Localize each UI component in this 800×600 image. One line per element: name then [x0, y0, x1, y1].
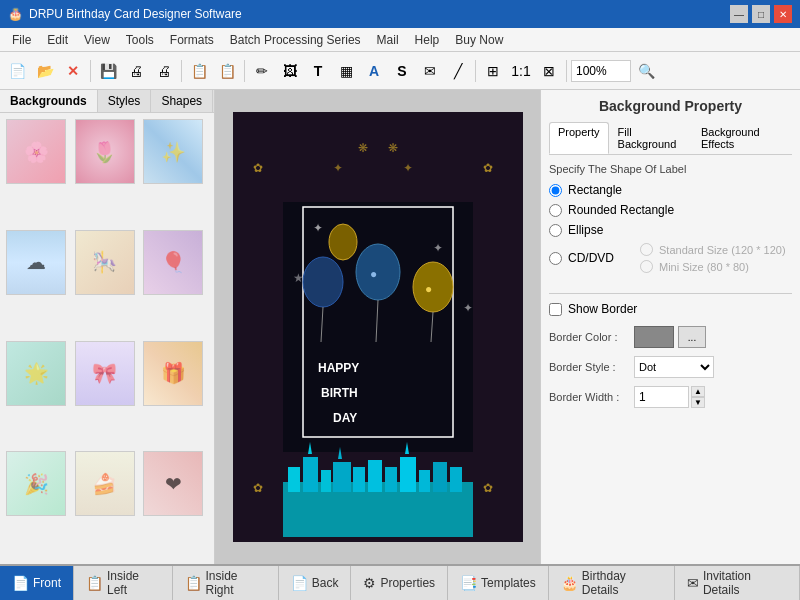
table-button[interactable]: ⊞	[480, 58, 506, 84]
menu-help[interactable]: Help	[407, 31, 448, 49]
email-button[interactable]: ✉	[417, 58, 443, 84]
radio-row-ellipse: Ellipse	[549, 223, 792, 237]
border-width-up-button[interactable]: ▲	[691, 386, 705, 397]
paste-button[interactable]: 📋	[214, 58, 240, 84]
menu-formats[interactable]: Formats	[162, 31, 222, 49]
line-button[interactable]: ╱	[445, 58, 471, 84]
open-button[interactable]: 📂	[32, 58, 58, 84]
aspect-button[interactable]: 1:1	[508, 58, 534, 84]
menu-mail[interactable]: Mail	[369, 31, 407, 49]
title-bar-controls: — □ ✕	[730, 5, 792, 23]
bg-thumb-9[interactable]: 🎁	[143, 341, 203, 406]
image-button[interactable]: 🖼	[277, 58, 303, 84]
zoom-out-button[interactable]: 🔍	[633, 58, 659, 84]
svg-rect-32	[303, 457, 318, 492]
tab-inside-left[interactable]: 📋 Inside Left	[74, 566, 173, 600]
bg-thumb-7[interactable]: 🌟	[6, 341, 66, 406]
menu-view[interactable]: View	[76, 31, 118, 49]
tab-inside-right[interactable]: 📋 Inside Right	[173, 566, 279, 600]
bg-thumb-1[interactable]: 🌸	[6, 119, 66, 184]
border-color-picker-button[interactable]: ...	[678, 326, 706, 348]
rectangle-radio[interactable]	[549, 184, 562, 197]
tab-front[interactable]: 📄 Front	[0, 566, 74, 600]
cd-standard-option: Standard Size (120 * 120)	[640, 243, 786, 256]
rectangle-label[interactable]: Rectangle	[568, 183, 622, 197]
show-border-row: Show Border	[549, 302, 792, 316]
main-content: Backgrounds Styles Shapes 🌸 🌷 ✨ ☁ 🎠 🎈 🌟 …	[0, 90, 800, 564]
menu-buy[interactable]: Buy Now	[447, 31, 511, 49]
bg-thumb-4[interactable]: ☁	[6, 230, 66, 295]
svg-rect-38	[400, 457, 416, 492]
new-button[interactable]: 📄	[4, 58, 30, 84]
right-panel: Background Property Property Fill Backgr…	[540, 90, 800, 564]
tab-property[interactable]: Property	[549, 122, 609, 154]
border-color-swatch[interactable]	[634, 326, 674, 348]
border-color-row: Border Color : ...	[549, 326, 792, 348]
tab-templates[interactable]: 📑 Templates	[448, 566, 549, 600]
menu-file[interactable]: File	[4, 31, 39, 49]
bg-thumb-8[interactable]: 🎀	[75, 341, 135, 406]
save-button[interactable]: 💾	[95, 58, 121, 84]
close-file-button[interactable]: ✕	[60, 58, 86, 84]
copy-button[interactable]: 📋	[186, 58, 212, 84]
text-button[interactable]: T	[305, 58, 331, 84]
rounded-rectangle-radio[interactable]	[549, 204, 562, 217]
menu-batch[interactable]: Batch Processing Series	[222, 31, 369, 49]
menu-tools[interactable]: Tools	[118, 31, 162, 49]
bg-thumb-10[interactable]: 🎉	[6, 451, 66, 516]
svg-rect-33	[321, 470, 331, 492]
close-button[interactable]: ✕	[774, 5, 792, 23]
cddvd-radio[interactable]	[549, 252, 562, 265]
border-width-down-button[interactable]: ▼	[691, 397, 705, 408]
cddvd-label[interactable]: CD/DVD	[568, 251, 614, 265]
resize-button[interactable]: ⊠	[536, 58, 562, 84]
ellipse-radio[interactable]	[549, 224, 562, 237]
border-style-select[interactable]: Solid Dot Dash DashDot DashDotDot	[634, 356, 714, 378]
bg-thumb-2[interactable]: 🌷	[75, 119, 135, 184]
birthday-details-icon: 🎂	[561, 575, 578, 591]
zoom-input[interactable]	[571, 60, 631, 82]
bg-thumb-5[interactable]: 🎠	[75, 230, 135, 295]
radio-row-rounded-rectangle: Rounded Rectangle	[549, 203, 792, 217]
tab-shapes[interactable]: Shapes	[151, 90, 213, 112]
tab-invitation-details[interactable]: ✉ Invitation Details	[675, 566, 800, 600]
bg-thumb-3[interactable]: ✨	[143, 119, 203, 184]
tab-birthday-details[interactable]: 🎂 Birthday Details	[549, 566, 675, 600]
inside-right-label: Inside Right	[206, 569, 266, 597]
tab-properties[interactable]: ⚙ Properties	[351, 566, 448, 600]
mini-radio[interactable]	[640, 260, 653, 273]
show-border-label[interactable]: Show Border	[568, 302, 637, 316]
bg-thumb-11[interactable]: 🍰	[75, 451, 135, 516]
bg-thumb-12[interactable]: ❤	[143, 451, 203, 516]
inside-right-icon: 📋	[185, 575, 202, 591]
tab-fill-background[interactable]: Fill Background	[609, 122, 692, 154]
standard-radio[interactable]	[640, 243, 653, 256]
border-width-input[interactable]	[634, 386, 689, 408]
minimize-button[interactable]: —	[730, 5, 748, 23]
border-style-row: Border Style : Solid Dot Dash DashDot Da…	[549, 356, 792, 378]
inside-left-icon: 📋	[86, 575, 103, 591]
canvas-area[interactable]: ✿ ✿ ✿ ✿ ❋ ❋ ✦ ✦ ✦ ✦ ★ ✦	[215, 90, 540, 564]
tab-backgrounds[interactable]: Backgrounds	[0, 90, 98, 112]
menu-edit[interactable]: Edit	[39, 31, 76, 49]
mini-label[interactable]: Mini Size (80 * 80)	[659, 261, 749, 273]
print2-button[interactable]: 🖨	[151, 58, 177, 84]
border-width-label: Border Width :	[549, 391, 634, 403]
print-button[interactable]: 🖨	[123, 58, 149, 84]
signature-button[interactable]: S	[389, 58, 415, 84]
ellipse-label[interactable]: Ellipse	[568, 223, 603, 237]
tab-back[interactable]: 📄 Back	[279, 566, 352, 600]
barcode-button[interactable]: ▦	[333, 58, 359, 84]
app-icon: 🎂	[8, 7, 23, 21]
radio-row-rectangle: Rectangle	[549, 183, 792, 197]
tab-styles[interactable]: Styles	[98, 90, 152, 112]
rounded-rectangle-label[interactable]: Rounded Rectangle	[568, 203, 674, 217]
standard-label[interactable]: Standard Size (120 * 120)	[659, 244, 786, 256]
show-border-checkbox[interactable]	[549, 303, 562, 316]
maximize-button[interactable]: □	[752, 5, 770, 23]
svg-text:DAY: DAY	[333, 411, 357, 425]
text2-button[interactable]: A	[361, 58, 387, 84]
draw-button[interactable]: ✏	[249, 58, 275, 84]
bg-thumb-6[interactable]: 🎈	[143, 230, 203, 295]
tab-background-effects[interactable]: Background Effects	[692, 122, 792, 154]
